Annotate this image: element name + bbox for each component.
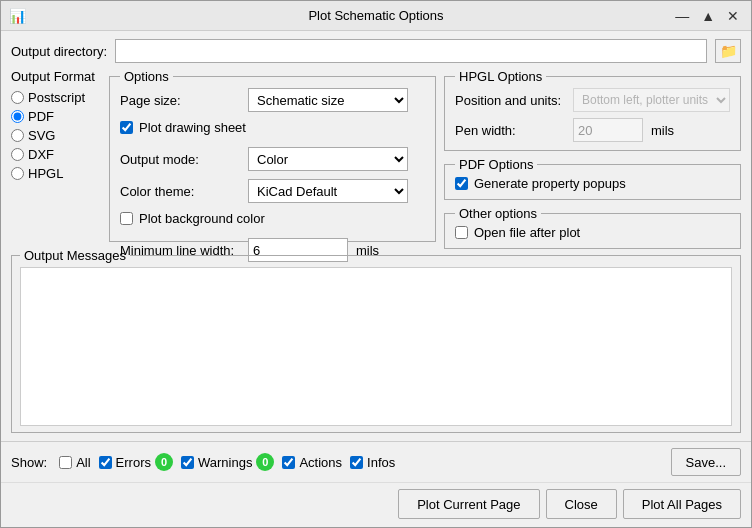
warnings-count-badge: 0 (256, 453, 274, 471)
position-units-select: Bottom left, plotter units (573, 88, 730, 112)
filter-actions[interactable]: Actions (282, 455, 342, 470)
radio-svg-input[interactable] (11, 129, 24, 142)
filter-errors[interactable]: Errors 0 (99, 453, 173, 471)
position-units-label: Position and units: (455, 93, 565, 108)
plot-background-color-label: Plot background color (139, 211, 265, 226)
radio-svg[interactable]: SVG (11, 128, 101, 143)
titlebar: 📊 Plot Schematic Options — ▲ ✕ (1, 1, 751, 31)
minimize-button[interactable]: — (671, 8, 693, 24)
filter-all-checkbox[interactable] (59, 456, 72, 469)
radio-postscript[interactable]: Postscript (11, 90, 101, 105)
bottom-actions: Save... (671, 448, 741, 476)
radio-postscript-input[interactable] (11, 91, 24, 104)
options-group-legend: Options (120, 69, 173, 84)
radio-pdf[interactable]: PDF (11, 109, 101, 124)
show-label: Show: (11, 455, 47, 470)
filter-actions-label: Actions (299, 455, 342, 470)
plot-background-color-row[interactable]: Plot background color (120, 211, 425, 226)
page-size-row: Page size: Schematic size A4 A3 Letter (120, 88, 425, 112)
options-group: Options Page size: Schematic size A4 A3 … (109, 69, 436, 242)
radio-pdf-input[interactable] (11, 110, 24, 123)
app-icon: 📊 (9, 8, 26, 24)
color-theme-row: Color theme: KiCad Default (120, 179, 425, 203)
plot-drawing-sheet-checkbox[interactable] (120, 121, 133, 134)
open-file-label: Open file after plot (474, 225, 580, 240)
radio-hpgl-input[interactable] (11, 167, 24, 180)
radio-svg-label: SVG (28, 128, 55, 143)
radio-pdf-label: PDF (28, 109, 54, 124)
radio-postscript-label: Postscript (28, 90, 85, 105)
output-format-panel: Output Format Postscript PDF SVG DXF (11, 69, 101, 242)
output-directory-row: Output directory: 📁 (11, 39, 741, 63)
titlebar-left: 📊 (9, 8, 26, 24)
filter-all[interactable]: All (59, 455, 90, 470)
pdf-group-legend: PDF Options (455, 157, 537, 172)
filter-infos-checkbox[interactable] (350, 456, 363, 469)
output-messages-legend: Output Messages (20, 248, 130, 263)
errors-count-badge: 0 (155, 453, 173, 471)
radio-dxf[interactable]: DXF (11, 147, 101, 162)
bottom-bar: Show: All Errors 0 Warnings 0 Actions In… (1, 441, 751, 482)
messages-area (20, 267, 732, 426)
filter-warnings-checkbox[interactable] (181, 456, 194, 469)
maximize-button[interactable]: ▲ (697, 8, 719, 24)
position-units-row: Position and units: Bottom left, plotter… (455, 88, 730, 112)
hpgl-group-legend: HPGL Options (455, 69, 546, 84)
right-panels: HPGL Options Position and units: Bottom … (444, 69, 741, 242)
save-button[interactable]: Save... (671, 448, 741, 476)
page-size-select[interactable]: Schematic size A4 A3 Letter (248, 88, 408, 112)
pen-width-label: Pen width: (455, 123, 565, 138)
other-options-group: Other options Open file after plot (444, 206, 741, 249)
footer-buttons: Plot Current Page Close Plot All Pages (1, 482, 751, 527)
close-button[interactable]: ✕ (723, 8, 743, 24)
folder-icon: 📁 (720, 43, 737, 59)
generate-popups-label: Generate property popups (474, 176, 626, 191)
hpgl-options-group: HPGL Options Position and units: Bottom … (444, 69, 741, 151)
main-content: Output directory: 📁 Output Format Postsc… (1, 31, 751, 441)
other-group-legend: Other options (455, 206, 541, 221)
radio-dxf-input[interactable] (11, 148, 24, 161)
plot-current-page-button[interactable]: Plot Current Page (398, 489, 539, 519)
pen-width-input (573, 118, 643, 142)
output-mode-select[interactable]: Color Black and White (248, 147, 408, 171)
filter-errors-checkbox[interactable] (99, 456, 112, 469)
radio-dxf-label: DXF (28, 147, 54, 162)
output-format-title: Output Format (11, 69, 101, 84)
plot-background-color-checkbox[interactable] (120, 212, 133, 225)
titlebar-controls: — ▲ ✕ (671, 8, 743, 24)
output-mode-label: Output mode: (120, 152, 240, 167)
generate-popups-checkbox[interactable] (455, 177, 468, 190)
window-title: Plot Schematic Options (308, 8, 443, 23)
browse-folder-button[interactable]: 📁 (715, 39, 741, 63)
close-button[interactable]: Close (546, 489, 617, 519)
pen-mils-label: mils (651, 123, 674, 138)
radio-hpgl-label: HPGL (28, 166, 63, 181)
filter-all-label: All (76, 455, 90, 470)
output-directory-input[interactable] (115, 39, 707, 63)
radio-hpgl[interactable]: HPGL (11, 166, 101, 181)
output-mode-row: Output mode: Color Black and White (120, 147, 425, 171)
output-messages-group: Output Messages (11, 248, 741, 433)
filter-errors-label: Errors (116, 455, 151, 470)
generate-popups-row[interactable]: Generate property popups (455, 176, 730, 191)
page-size-label: Page size: (120, 93, 240, 108)
filter-warnings[interactable]: Warnings 0 (181, 453, 274, 471)
color-theme-select[interactable]: KiCad Default (248, 179, 408, 203)
pen-width-row: Pen width: mils (455, 118, 730, 142)
filter-infos-label: Infos (367, 455, 395, 470)
filter-warnings-label: Warnings (198, 455, 252, 470)
output-directory-label: Output directory: (11, 44, 107, 59)
plot-all-pages-button[interactable]: Plot All Pages (623, 489, 741, 519)
plot-drawing-sheet-row[interactable]: Plot drawing sheet (120, 120, 425, 135)
open-file-checkbox[interactable] (455, 226, 468, 239)
pdf-options-group: PDF Options Generate property popups (444, 157, 741, 200)
main-window: 📊 Plot Schematic Options — ▲ ✕ Output di… (0, 0, 752, 528)
filter-infos[interactable]: Infos (350, 455, 395, 470)
color-theme-label: Color theme: (120, 184, 240, 199)
filter-actions-checkbox[interactable] (282, 456, 295, 469)
plot-drawing-sheet-label: Plot drawing sheet (139, 120, 246, 135)
open-file-row[interactable]: Open file after plot (455, 225, 730, 240)
